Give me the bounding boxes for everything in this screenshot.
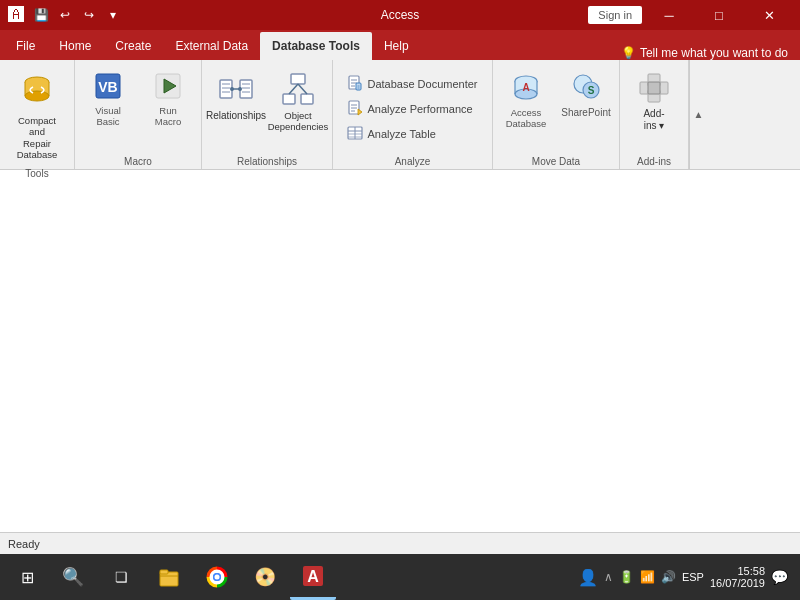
sign-in-button[interactable]: Sign in — [588, 6, 642, 24]
analyze-performance-label: Analyze Performance — [367, 103, 472, 115]
compact-repair-button[interactable]: Compact andRepair Database — [7, 68, 67, 165]
visual-basic-icon: VB — [94, 72, 122, 102]
relationships-button[interactable]: Relationships — [206, 68, 266, 126]
analyze-group-label: Analyze — [337, 153, 488, 169]
collapse-icon: ▲ — [694, 109, 704, 120]
taskbar-chrome[interactable] — [194, 554, 240, 600]
sharepoint-button[interactable]: S SharePoint — [557, 68, 615, 122]
tab-help[interactable]: Help — [372, 32, 421, 60]
ribbon-content: Compact andRepair Database Tools VB Visu… — [0, 60, 800, 170]
move-data-group-label: Move Data — [497, 153, 615, 169]
relationships-icon — [219, 72, 253, 108]
status-bar: Ready — [0, 532, 800, 554]
status-text: Ready — [8, 538, 40, 550]
taskbar-people-icon[interactable]: 👤 — [578, 568, 598, 587]
analyze-table-button[interactable]: Analyze Table — [342, 122, 482, 146]
close-button[interactable]: ✕ — [746, 0, 792, 30]
maximize-button[interactable]: □ — [696, 0, 742, 30]
add-ins-button[interactable]: Add-ins ▾ — [624, 68, 684, 136]
ribbon-group-move-data: A AccessDatabase S SharePoint Move Data — [493, 60, 620, 169]
taskbar-time: 15:58 — [710, 565, 765, 577]
tools-items: Compact andRepair Database — [4, 64, 70, 165]
access-database-icon: A — [511, 72, 541, 104]
tab-home[interactable]: Home — [47, 32, 103, 60]
svg-point-2 — [25, 91, 49, 101]
customize-quick-btn[interactable]: ▾ — [102, 4, 124, 26]
tab-file[interactable]: File — [4, 32, 47, 60]
access-database-label: AccessDatabase — [506, 107, 547, 129]
run-macro-icon — [154, 72, 182, 102]
undo-quick-btn[interactable]: ↩ — [54, 4, 76, 26]
title-bar-left: 🅰 💾 ↩ ↪ ▾ — [8, 4, 124, 26]
window-controls: Sign in ─ □ ✕ — [588, 0, 792, 30]
tell-me-label: Tell me what you want to do — [640, 46, 788, 60]
quick-access-toolbar: 💾 ↩ ↪ ▾ — [30, 4, 124, 26]
svg-rect-19 — [283, 94, 295, 104]
svg-text:A: A — [307, 568, 319, 585]
object-dependencies-button[interactable]: ObjectDependencies — [268, 68, 328, 137]
taskbar-task-view[interactable]: ❏ — [98, 554, 144, 600]
macro-items: VB VisualBasic RunMacro — [79, 64, 197, 153]
tab-database-tools[interactable]: Database Tools — [260, 32, 372, 60]
macro-group-label: Macro — [79, 153, 197, 169]
taskbar-clock[interactable]: 15:58 16/07/2019 — [710, 565, 765, 589]
object-dependencies-label: ObjectDependencies — [268, 110, 329, 133]
svg-rect-20 — [301, 94, 313, 104]
save-quick-btn[interactable]: 💾 — [30, 4, 52, 26]
taskbar-notification-icon[interactable]: 💬 — [771, 569, 788, 585]
run-macro-button[interactable]: RunMacro — [139, 68, 197, 131]
add-ins-group-label: Add-ins — [624, 153, 684, 169]
main-content — [0, 170, 800, 532]
taskbar-access[interactable]: A — [290, 554, 336, 600]
ribbon-group-relationships: Relationships ObjectDependencies Relatio… — [202, 60, 333, 169]
redo-quick-btn[interactable]: ↪ — [78, 4, 100, 26]
ribbon-collapse-arrow[interactable]: ▲ — [689, 60, 707, 169]
tell-me-tab[interactable]: 💡 Tell me what you want to do — [609, 46, 800, 60]
taskbar-chevron-icon[interactable]: ∧ — [604, 570, 613, 584]
taskbar-lang: ESP — [682, 571, 704, 583]
taskbar-battery-icon: 🔋 — [619, 570, 634, 584]
add-ins-icon — [638, 72, 670, 106]
ribbon-group-tools: Compact andRepair Database Tools — [0, 60, 75, 169]
taskbar-right: 👤 ∧ 🔋 📶 🔊 ESP 15:58 16/07/2019 💬 — [570, 565, 796, 589]
add-ins-items: Add-ins ▾ — [624, 64, 684, 153]
start-button[interactable]: ⊞ — [4, 554, 50, 600]
tab-create[interactable]: Create — [103, 32, 163, 60]
taskbar-items: 🔍 ❏ 📀 — [50, 554, 570, 600]
app-icon: 🅰 — [8, 6, 24, 24]
database-documenter-icon — [347, 75, 363, 93]
ribbon-tab-bar: File Home Create External Data Database … — [0, 30, 800, 60]
access-database-button[interactable]: A AccessDatabase — [497, 68, 555, 133]
visual-basic-button[interactable]: VB VisualBasic — [79, 68, 137, 131]
taskbar-media[interactable]: 📀 — [242, 554, 288, 600]
app-title: Access — [381, 8, 420, 22]
compact-repair-icon — [19, 72, 55, 113]
svg-line-22 — [298, 84, 307, 94]
tab-external-data[interactable]: External Data — [163, 32, 260, 60]
taskbar-search[interactable]: 🔍 — [50, 554, 96, 600]
analyze-performance-button[interactable]: Analyze Performance — [342, 97, 482, 121]
database-documenter-label: Database Documenter — [367, 78, 477, 90]
ribbon-group-add-ins: Add-ins ▾ Add-ins — [620, 60, 689, 169]
visual-basic-label: VisualBasic — [95, 105, 121, 127]
svg-rect-18 — [291, 74, 305, 84]
svg-rect-53 — [648, 82, 660, 94]
ribbon-group-analyze: Database Documenter Analyze Performance — [333, 60, 493, 169]
compact-repair-label: Compact andRepair Database — [9, 115, 65, 161]
taskbar-network-icon: 📶 — [640, 570, 655, 584]
relationships-items: Relationships ObjectDependencies — [206, 64, 328, 153]
taskbar-volume-icon[interactable]: 🔊 — [661, 570, 676, 584]
database-documenter-button[interactable]: Database Documenter — [342, 72, 482, 96]
add-ins-label: Add-ins ▾ — [643, 108, 664, 132]
tell-me-icon: 💡 — [621, 46, 636, 60]
svg-rect-27 — [356, 83, 361, 90]
svg-rect-55 — [160, 570, 168, 574]
taskbar-date: 16/07/2019 — [710, 577, 765, 589]
ribbon-group-macro: VB VisualBasic RunMacro Macro — [75, 60, 202, 169]
taskbar-explorer[interactable] — [146, 554, 192, 600]
analyze-table-icon — [347, 125, 363, 143]
minimize-button[interactable]: ─ — [646, 0, 692, 30]
analyze-small-buttons: Database Documenter Analyze Performance — [342, 68, 482, 146]
move-data-items: A AccessDatabase S SharePoint — [497, 64, 615, 153]
svg-text:S: S — [588, 85, 595, 96]
